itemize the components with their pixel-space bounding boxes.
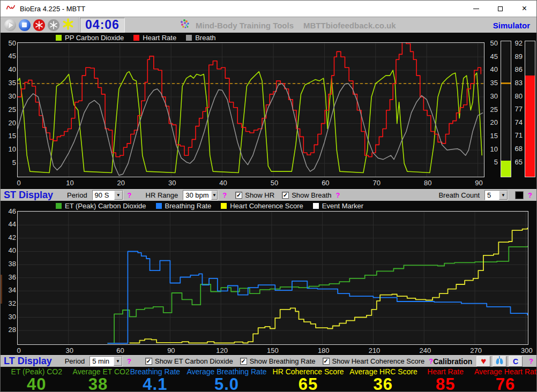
simulator-label: Simulator bbox=[493, 17, 530, 33]
x-tick-label: 20 bbox=[110, 179, 132, 187]
gauge-tick-label: 40 bbox=[487, 65, 498, 73]
show-breath-label: Show Breath bbox=[292, 191, 331, 199]
marker-color-button[interactable] bbox=[515, 191, 524, 199]
freeze-red-button[interactable] bbox=[32, 18, 46, 32]
x-tick-label: 0 bbox=[8, 179, 29, 187]
hr-gauge bbox=[525, 41, 535, 177]
legend-item: ET (Peak) Carbon Dioxide bbox=[56, 202, 146, 210]
x-tick-label: 150 bbox=[262, 346, 284, 355]
y-tick-label: 30 bbox=[2, 313, 16, 321]
show-hcs-checkbox[interactable]: ✓ Show Heart Coherence Score bbox=[323, 357, 425, 365]
stat-column: Average ET CO238 bbox=[73, 367, 124, 392]
stat-column: HR Coherence Score65 bbox=[267, 367, 350, 392]
stat-column: Average Breathing Rate5.0 bbox=[187, 367, 267, 392]
session-timer: 04:06 bbox=[85, 18, 120, 32]
st-display-title: ST Display bbox=[4, 190, 53, 201]
chart-canvas bbox=[18, 212, 528, 344]
y-tick-label: 40 bbox=[2, 65, 16, 73]
freeze-gray-button[interactable] bbox=[46, 18, 61, 32]
lt-period-help[interactable]: ? bbox=[127, 357, 131, 365]
x-tick-label: 80 bbox=[417, 179, 438, 187]
stat-column: Heart Rate85 bbox=[416, 367, 474, 392]
play-button[interactable] bbox=[3, 18, 17, 32]
lt-display-title: LT Display bbox=[4, 356, 52, 367]
brain-icon bbox=[178, 18, 190, 32]
lt-show-help[interactable]: ? bbox=[429, 357, 433, 365]
gauge-tick-label: 45 bbox=[487, 52, 498, 61]
snowflake-gray-icon bbox=[48, 19, 59, 31]
legend-label: ET (Peak) Carbon Dioxide bbox=[65, 202, 146, 210]
gauge-tick-label: 80 bbox=[512, 92, 523, 100]
x-tick-label: 300 bbox=[516, 346, 537, 355]
lungs-calibration-button[interactable] bbox=[493, 356, 506, 367]
y-tick-label: 15 bbox=[2, 132, 16, 140]
x-tick-label: 90 bbox=[468, 179, 490, 187]
left-edge-artifact bbox=[1, 275, 2, 304]
stat-column: Average HRC Score36 bbox=[349, 367, 416, 392]
stop-button[interactable] bbox=[17, 18, 32, 32]
transport-button-group bbox=[1, 17, 79, 33]
stat-column: Breathing Rate4.1 bbox=[124, 367, 187, 392]
legend-label: Breath bbox=[195, 34, 215, 42]
play-icon bbox=[4, 19, 16, 31]
show-breath-help[interactable]: ? bbox=[336, 191, 340, 199]
show-breathing-rate-checkbox[interactable]: ✓ Show Breathing Rate bbox=[240, 357, 316, 365]
chevron-down-icon[interactable]: ▼ bbox=[499, 191, 508, 200]
y-tick-label: 36 bbox=[2, 273, 16, 281]
x-tick-label: 40 bbox=[213, 179, 234, 187]
legend-item: Breathing Rate bbox=[156, 202, 212, 210]
y-tick-label: 42 bbox=[2, 233, 16, 242]
st-legend: PP Carbon DioxideHeart RateBreath bbox=[56, 34, 226, 42]
co2-gauge bbox=[501, 41, 511, 177]
x-tick-label: 270 bbox=[465, 346, 487, 355]
calibration-help[interactable]: ? bbox=[529, 357, 533, 365]
gauge-tick-label: 89 bbox=[512, 52, 523, 61]
lt-period-label: Period bbox=[65, 357, 85, 365]
event-marker-button[interactable] bbox=[61, 18, 75, 32]
legend-swatch-icon bbox=[133, 35, 139, 41]
stat-value: 36 bbox=[349, 376, 416, 392]
x-tick-label: 70 bbox=[366, 179, 387, 187]
x-tick-label: 50 bbox=[264, 179, 285, 187]
chevron-down-icon[interactable]: ▼ bbox=[114, 191, 123, 200]
close-button[interactable]: × bbox=[512, 1, 536, 17]
maximize-button[interactable] bbox=[488, 1, 512, 17]
st-period-help[interactable]: ? bbox=[128, 191, 132, 199]
chart-canvas bbox=[18, 43, 484, 177]
y-tick-label: 35 bbox=[2, 79, 16, 87]
minimize-button[interactable] bbox=[464, 1, 488, 17]
co2-gauge-scale: 5045403530252015105 bbox=[487, 41, 499, 177]
checkmark-icon: ✓ bbox=[323, 358, 330, 365]
chevron-down-icon[interactable]: ▼ bbox=[211, 191, 218, 200]
show-breath-checkbox[interactable]: ✓ Show Breath bbox=[282, 191, 331, 199]
stat-value: 5.0 bbox=[187, 376, 267, 392]
breath-count-help[interactable]: ? bbox=[528, 191, 532, 199]
show-et-co2-checkbox[interactable]: ✓ Show ET Carbon Dioxide bbox=[145, 357, 233, 365]
st-period-label: Period bbox=[67, 191, 87, 199]
legend-swatch-icon bbox=[313, 203, 319, 209]
lt-y-axis: 28303234363840424446 bbox=[2, 211, 16, 345]
checkmark-icon: ✓ bbox=[240, 358, 247, 365]
asterisk-icon bbox=[62, 18, 74, 32]
hr-range-help[interactable]: ? bbox=[222, 191, 227, 199]
breath-count-select[interactable]: 5 ▼ bbox=[484, 190, 508, 200]
heart-icon: ♥ bbox=[481, 357, 486, 366]
heart-calibration-button[interactable]: ♥ bbox=[476, 356, 490, 367]
chevron-down-icon[interactable]: ▼ bbox=[114, 357, 122, 366]
gauge-tick-label: 77 bbox=[512, 105, 523, 113]
x-tick-label: 0 bbox=[8, 346, 29, 355]
hr-range-select[interactable]: 30 bpm ▼ bbox=[183, 190, 218, 200]
stat-value: 40 bbox=[1, 376, 73, 392]
checkmark-icon: ✓ bbox=[145, 358, 152, 365]
gauge-fill bbox=[525, 76, 535, 177]
show-hr-checkbox[interactable]: ✓ Show HR bbox=[235, 191, 274, 199]
y-tick-label: 40 bbox=[2, 246, 16, 254]
lt-period-select[interactable]: 5 min ▼ bbox=[89, 356, 123, 366]
gauge-tick-label: 86 bbox=[512, 65, 523, 73]
c-calibration-button[interactable]: C bbox=[509, 356, 523, 367]
y-tick-label: 46 bbox=[2, 207, 16, 215]
st-chart-section: PP Carbon DioxideHeart RateBreath 510152… bbox=[1, 33, 536, 189]
st-period-select[interactable]: 90 S ▼ bbox=[92, 190, 123, 200]
legend-swatch-icon bbox=[186, 35, 192, 41]
lt-period-value: 5 min bbox=[90, 357, 114, 365]
